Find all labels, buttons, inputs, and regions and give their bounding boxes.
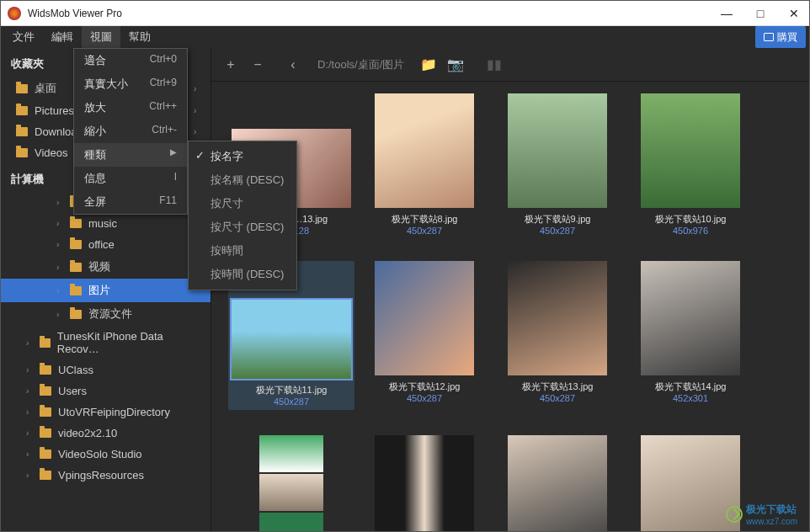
thumbnail-dimensions: 450x287 bbox=[361, 393, 488, 403]
thumbnail[interactable]: 极光下载站12.jpg450x287 bbox=[361, 261, 488, 410]
sort-option[interactable]: 按時間 (DESC) bbox=[189, 263, 296, 286]
tree-item[interactable]: ›资源文件 bbox=[1, 302, 210, 326]
maximize-button[interactable]: □ bbox=[752, 7, 769, 20]
view-menu-item[interactable]: 放大Ctrl++ bbox=[74, 96, 187, 120]
tree-item[interactable]: ›VideoSolo Studio bbox=[1, 444, 210, 465]
menu-view[interactable]: 視圖 bbox=[82, 26, 120, 48]
thumbnail-image bbox=[508, 435, 607, 531]
breadcrumb[interactable]: D:/tools/桌面/图片 bbox=[317, 57, 404, 72]
app-logo-icon bbox=[8, 7, 21, 20]
folder-icon bbox=[40, 407, 51, 417]
tree-item[interactable]: ›视频 bbox=[1, 255, 210, 279]
buy-button[interactable]: 購買 bbox=[755, 26, 806, 48]
folder-icon[interactable]: 📁 bbox=[421, 57, 436, 72]
tree-item[interactable]: ›UtoVRFeipingDirectory bbox=[1, 402, 210, 423]
view-menu-item[interactable]: 縮小Ctrl+- bbox=[74, 120, 187, 143]
folder-icon bbox=[16, 106, 28, 115]
thumbnail-name: 极光下载站9.jpg bbox=[494, 213, 621, 226]
view-menu-item[interactable]: 適合Ctrl+0 bbox=[74, 49, 187, 72]
thumbnail-name: 极光下载站14.jpg bbox=[627, 380, 754, 393]
thumbnail-grid: n_极光下…13.jpg200x128极光下载站8.jpg450x287极光下载… bbox=[211, 82, 809, 531]
menu-file[interactable]: 文件 bbox=[4, 26, 43, 48]
zoom-in-button[interactable]: + bbox=[223, 57, 238, 72]
folder-icon bbox=[70, 263, 82, 272]
thumbnail-name: 极光下载站10.jpg bbox=[627, 213, 754, 226]
thumbnail-image bbox=[375, 93, 474, 208]
thumbnail[interactable]: 极光下载站…4.png720x960 bbox=[494, 435, 621, 531]
tree-item[interactable]: ›图片 bbox=[1, 279, 210, 302]
watermark-icon bbox=[726, 506, 743, 523]
sort-option[interactable]: 按尺寸 (DESC) bbox=[189, 215, 296, 239]
thumbnail-image bbox=[508, 261, 607, 375]
view-menu-item[interactable]: 信息I bbox=[74, 167, 187, 190]
sort-submenu: 按名字按名稱 (DESC)按尺寸按尺寸 (DESC)按時間按時間 (DESC) bbox=[188, 141, 297, 290]
thumbnail-name: 极光下载站13.jpg bbox=[494, 380, 621, 393]
folder-icon bbox=[40, 386, 51, 396]
view-menu-item[interactable]: 全屏F11 bbox=[74, 190, 187, 214]
zoom-out-button[interactable]: − bbox=[250, 57, 265, 72]
view-mode-button[interactable]: ▮▮ bbox=[487, 57, 502, 72]
tree-item[interactable]: ›video2x2.10 bbox=[1, 423, 210, 444]
menubar: 文件 編輯 視圖 幫助 購買 適合Ctrl+0真實大小Ctrl+9放大Ctrl+… bbox=[1, 26, 809, 48]
back-button[interactable]: ‹ bbox=[285, 57, 301, 72]
thumbnail-image bbox=[375, 435, 474, 531]
view-menu-item[interactable]: 種類▶ bbox=[74, 143, 187, 167]
folder-icon bbox=[70, 240, 82, 249]
thumbnail-name: 极光下载站11.jpg bbox=[228, 384, 354, 396]
thumbnail[interactable]: 极光下载站13.jpg450x287 bbox=[494, 261, 621, 410]
folder-icon bbox=[70, 286, 82, 295]
tree-item[interactable]: ›TunesKit iPhone Data Recov… bbox=[1, 326, 210, 359]
menu-edit[interactable]: 編輯 bbox=[43, 26, 82, 48]
thumbnail[interactable]: 极光下载站10.jpg450x976 bbox=[627, 93, 754, 236]
thumbnail[interactable]: 极光下载站8.jpg450x287 bbox=[361, 93, 488, 236]
watermark: 极光下载站 www.xz7.com bbox=[726, 503, 797, 526]
folder-icon bbox=[40, 338, 51, 348]
titlebar: WidsMob Viewer Pro — □ ✕ bbox=[1, 1, 809, 26]
thumbnail[interactable]: 极光下载站16.gif720x960 bbox=[361, 435, 488, 531]
folder-icon bbox=[40, 471, 51, 480]
folder-icon bbox=[40, 428, 51, 438]
thumbnail[interactable]: 极光下载站15.jpg720x960 bbox=[228, 435, 354, 531]
folder-icon bbox=[16, 148, 28, 157]
thumbnail-dimensions: 450x287 bbox=[494, 393, 621, 403]
view-dropdown: 適合Ctrl+0真實大小Ctrl+9放大Ctrl++縮小Ctrl+-種類▶信息I… bbox=[73, 48, 188, 215]
folder-icon bbox=[40, 365, 51, 375]
thumbnail-image bbox=[375, 261, 474, 375]
tree-item[interactable]: ›Users bbox=[1, 380, 210, 402]
thumbnail-dimensions: 450x287 bbox=[361, 226, 488, 236]
thumbnail-image bbox=[641, 93, 740, 208]
thumbnail-name: 极光下载站8.jpg bbox=[361, 213, 488, 226]
folder-icon bbox=[40, 450, 51, 459]
close-button[interactable]: ✕ bbox=[786, 7, 802, 20]
thumbnail[interactable]: 极光下载站9.jpg450x287 bbox=[494, 93, 621, 236]
thumbnail-dimensions: 450x287 bbox=[494, 226, 621, 236]
buy-label: 購買 bbox=[777, 30, 797, 45]
thumbnail-dimensions: 450x287 bbox=[228, 396, 354, 407]
folder-icon bbox=[16, 84, 28, 93]
tree-item[interactable]: ›VpingsResources bbox=[1, 465, 210, 486]
thumbnail-image bbox=[641, 261, 740, 375]
view-menu-item[interactable]: 真實大小Ctrl+9 bbox=[74, 72, 187, 96]
thumbnail-name: 极光下载站12.jpg bbox=[361, 380, 488, 393]
window-title: WidsMob Viewer Pro bbox=[28, 8, 718, 19]
sort-option[interactable]: 按時間 bbox=[189, 239, 296, 263]
sort-option[interactable]: 按名字 bbox=[189, 145, 296, 168]
thumbnail-image bbox=[508, 93, 607, 208]
minimize-button[interactable]: — bbox=[718, 7, 735, 20]
tree-item[interactable]: ›music bbox=[1, 213, 210, 234]
menu-help[interactable]: 幫助 bbox=[120, 26, 159, 48]
thumbnail-dimensions: 452x301 bbox=[627, 393, 754, 403]
thumbnail-dimensions: 450x976 bbox=[627, 226, 754, 236]
folder-icon bbox=[70, 219, 82, 228]
folder-icon bbox=[16, 127, 28, 136]
thumbnail-image bbox=[259, 435, 323, 531]
thumbnail-image bbox=[232, 300, 351, 379]
toolbar: + − ‹ D:/tools/桌面/图片 📁 📷 ▮▮ bbox=[211, 48, 809, 82]
sort-option[interactable]: 按名稱 (DESC) bbox=[189, 168, 296, 192]
tree-item[interactable]: ›UClass bbox=[1, 359, 210, 380]
tree-item[interactable]: ›office bbox=[1, 234, 210, 255]
folder-icon bbox=[70, 310, 82, 319]
camera-icon[interactable]: 📷 bbox=[448, 57, 463, 72]
sort-option[interactable]: 按尺寸 bbox=[189, 192, 296, 215]
thumbnail[interactable]: 极光下载站14.jpg452x301 bbox=[627, 261, 754, 410]
